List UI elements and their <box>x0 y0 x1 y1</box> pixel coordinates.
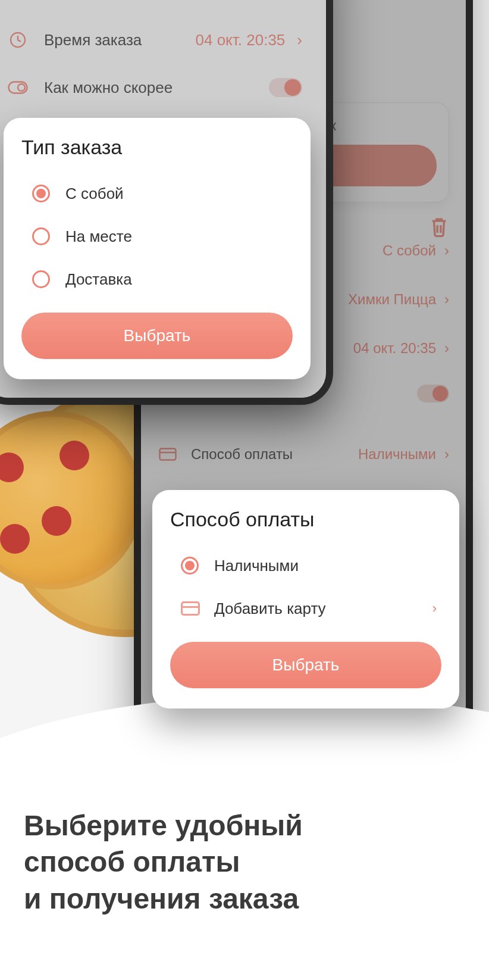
place-value: Химки Пицца <box>348 291 436 308</box>
payment-row[interactable]: Способ оплаты Наличными › <box>158 430 449 479</box>
svg-point-4 <box>18 84 25 91</box>
time-label-front: Время заказа <box>44 31 196 49</box>
time-value-back: 04 окт. 20:35 <box>353 340 436 357</box>
payment-label: Способ оплаты <box>191 446 358 463</box>
marketing-caption-panel: Выберите удобный способ оплаты и получен… <box>0 742 489 980</box>
chevron-right-icon: › <box>297 31 302 49</box>
card-icon <box>181 601 200 616</box>
order-type-select-button[interactable]: Выбрать <box>21 313 293 359</box>
chevron-right-icon: › <box>444 340 449 357</box>
caption-line: способ оплаты <box>24 844 465 880</box>
chevron-right-icon: › <box>444 242 449 259</box>
order-type-option-label: На месте <box>65 227 293 246</box>
chevron-right-icon: › <box>444 446 449 463</box>
time-value-front: 04 окт. 20:35 <box>196 31 286 49</box>
chevron-right-icon: › <box>432 601 437 616</box>
radio-off-icon <box>32 270 50 288</box>
caption-line: и получения заказа <box>24 881 465 917</box>
payment-dialog-title: Способ оплаты <box>170 508 441 531</box>
chevron-right-icon: › <box>444 291 449 308</box>
clock-icon <box>7 29 29 51</box>
order-type-option-delivery[interactable]: Доставка <box>21 258 293 301</box>
order-type-dialog: Тип заказа С собой На месте Доставка Выб… <box>4 118 311 379</box>
order-type-option-label: С собой <box>65 185 293 203</box>
order-type-option-takeaway[interactable]: С собой <box>21 172 293 215</box>
payment-option-label: Наличными <box>214 557 441 575</box>
order-type-option-dinein[interactable]: На месте <box>21 215 293 258</box>
marketing-caption: Выберите удобный способ оплаты и получен… <box>24 807 465 917</box>
asap-row-front[interactable]: Как можно скорее <box>7 67 302 108</box>
payment-value: Наличными <box>358 446 436 463</box>
card-icon <box>158 444 178 464</box>
radio-on-icon <box>181 557 199 575</box>
payment-select-button[interactable]: Выбрать <box>170 642 441 688</box>
payment-option-add-card[interactable]: Добавить карту › <box>170 587 441 630</box>
trash-icon[interactable] <box>429 216 449 241</box>
toggle-icon <box>7 77 29 98</box>
order-type-option-label: Доставка <box>65 270 293 289</box>
time-row-front[interactable]: Время заказа 04 окт. 20:35 › <box>7 19 302 61</box>
payment-option-cash[interactable]: Наличными <box>170 544 441 587</box>
asap-label-front: Как можно скорее <box>44 79 269 97</box>
svg-rect-0 <box>160 449 176 460</box>
payment-dialog: Способ оплаты Наличными Добавить карту ›… <box>152 490 459 709</box>
order-type-value: С собой <box>383 242 436 259</box>
radio-off-icon <box>32 227 50 245</box>
asap-toggle-front[interactable] <box>269 78 302 97</box>
asap-toggle-back[interactable] <box>417 385 449 402</box>
caption-line: Выберите удобный <box>24 807 465 844</box>
order-type-dialog-title: Тип заказа <box>21 136 293 159</box>
radio-on-icon <box>32 185 50 202</box>
payment-option-label: Добавить карту <box>214 600 432 618</box>
